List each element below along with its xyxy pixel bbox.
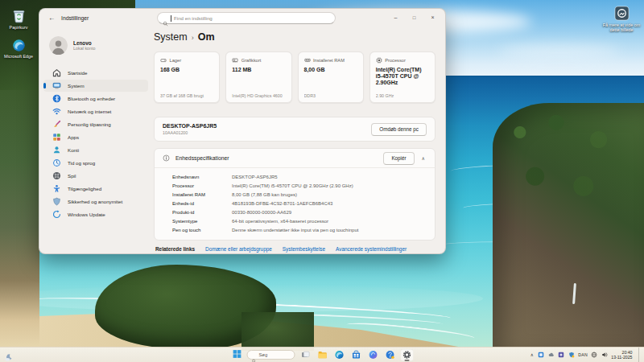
sidebar-nav: StartsideSystemBluetooth og enhederNetvæ… bbox=[43, 67, 148, 221]
breadcrumb-system[interactable]: System bbox=[154, 31, 188, 43]
card-label: Installeret RAM bbox=[313, 58, 345, 63]
settings-search-input[interactable]: Find en indstilling bbox=[157, 12, 336, 24]
device-specs-expander: Enhedsspecifikationer Kopiér ∧ Enhedsnav… bbox=[154, 148, 436, 241]
card-header: Installeret RAM bbox=[304, 57, 357, 64]
spec-value: 00330-80000-00000-AA629 bbox=[232, 210, 291, 215]
search-placeholder: Find en indstilling bbox=[174, 15, 213, 21]
desktop-icon-recycle-bin[interactable]: Papirkurv bbox=[0, 8, 37, 30]
card-header: Processor bbox=[376, 57, 429, 64]
sidebar-item-label: Bluetooth og enheder bbox=[68, 96, 115, 101]
user-account[interactable]: Lenovo Lokal konto bbox=[49, 36, 96, 55]
task-view-icon bbox=[301, 350, 311, 360]
right-cliff bbox=[493, 103, 644, 348]
sidebar-item-label: Apps bbox=[68, 134, 79, 140]
spec-value: Denne skærm understøtter ikke input via … bbox=[232, 228, 358, 232]
maximize-button[interactable]: □ bbox=[405, 10, 423, 25]
device-specs-title: Enhedsspecifikationer bbox=[175, 155, 229, 161]
sidebar-item-tilgaengelighed[interactable]: Tilgængelighed bbox=[43, 183, 148, 195]
breadcrumb: System › Om bbox=[154, 31, 436, 43]
sidebar-item-label: Spil bbox=[68, 173, 76, 179]
spec-row: Enheds-id4B18193B-DFBE-4C92-B701-1AEFCB6… bbox=[172, 199, 435, 208]
minimize-button[interactable]: – bbox=[386, 10, 405, 25]
taskbar-copilot-button[interactable] bbox=[367, 349, 380, 361]
related-link-2[interactable]: Avancerede systemindstillinger bbox=[336, 246, 407, 252]
sidebar-item-windows-update[interactable]: Windows Update bbox=[43, 208, 148, 220]
taskbar-get-help-button[interactable] bbox=[384, 349, 397, 361]
sidebar-item-konti[interactable]: Konti bbox=[43, 144, 148, 156]
start-button[interactable] bbox=[231, 349, 243, 361]
edge-icon bbox=[335, 350, 345, 360]
titlebar[interactable]: ← Indstillinger Find en indstilling – □ … bbox=[39, 9, 445, 30]
settings-icon bbox=[402, 350, 412, 360]
device-name: DESKTOP-ASP6JR5 bbox=[163, 123, 217, 130]
blue-square-app-icon[interactable] bbox=[538, 352, 544, 358]
hidden-icons-chevron[interactable]: ∧ bbox=[530, 352, 535, 357]
spotlight-icon bbox=[614, 6, 630, 21]
window-title: Indstillinger bbox=[61, 15, 89, 21]
cloud-app-icon[interactable] bbox=[548, 352, 555, 358]
spec-label: Produkt-id bbox=[172, 210, 232, 215]
network-icon bbox=[52, 107, 61, 116]
sidebar-item-label: System bbox=[68, 83, 85, 88]
sidebar-item-personlig[interactable]: Personlig tilpasning bbox=[43, 118, 148, 130]
taskbar-settings-button[interactable] bbox=[401, 349, 414, 361]
taskbar: Søg ∧ DAN 20:40 13-11-2025 bbox=[0, 347, 644, 362]
taskbar-center: Søg bbox=[231, 348, 414, 362]
related-link-0[interactable]: Domæne eller arbejdsgruppe bbox=[205, 246, 272, 252]
taskbar-store-button[interactable] bbox=[350, 349, 363, 361]
back-arrow-icon[interactable]: ← bbox=[48, 14, 56, 22]
card-grafikkort: Grafikkort112 MBIntel(R) HD Graphics 460… bbox=[225, 51, 291, 103]
card-label: Processor bbox=[385, 58, 406, 63]
sidebar-item-system[interactable]: System bbox=[43, 80, 148, 92]
clock[interactable]: 20:40 13-11-2025 bbox=[611, 350, 632, 360]
card-value: Intel(R) Core(TM) i5-4570T CPU @ 2.90GHz bbox=[376, 67, 429, 86]
spec-label: Systemtype bbox=[172, 219, 232, 224]
desktop-icon-spotlight[interactable]: Få mere at vide om dette billede bbox=[599, 6, 644, 33]
system-icon bbox=[52, 81, 61, 90]
spec-label: Processor bbox=[172, 183, 232, 188]
taskbar-task-view-button[interactable] bbox=[299, 349, 312, 361]
security-shield-icon[interactable] bbox=[568, 352, 575, 358]
cpu-icon bbox=[376, 57, 382, 64]
related-link-1[interactable]: Systembeskyttelse bbox=[283, 246, 325, 252]
purple-app-icon[interactable] bbox=[558, 352, 564, 358]
sidebar-item-netvaerk[interactable]: Netværk og internet bbox=[43, 105, 148, 117]
globe-network-icon[interactable] bbox=[591, 352, 597, 358]
sidebar-item-label: Sikkerhed og anonymitet bbox=[68, 199, 122, 204]
ram-icon bbox=[304, 57, 311, 64]
desktop-icon-edge[interactable]: Microsoft Edge bbox=[0, 39, 37, 59]
spec-row: ProcessorIntel(R) Core(TM) i5-4570T CPU … bbox=[172, 181, 435, 190]
card-label: Grafikkort bbox=[242, 58, 262, 63]
sidebar-item-bluetooth[interactable]: Bluetooth og enheder bbox=[43, 93, 148, 105]
related-links: Relaterede links Domæne eller arbejdsgru… bbox=[154, 246, 436, 252]
text-caret bbox=[171, 15, 171, 22]
device-model: 10AAA01200 bbox=[163, 130, 217, 136]
page-title: Om bbox=[198, 31, 215, 43]
sidebar-item-tid-og-sprog[interactable]: Tid og sprog bbox=[43, 157, 148, 169]
volume-icon[interactable] bbox=[601, 352, 608, 358]
copy-button[interactable]: Kopiér bbox=[383, 152, 414, 165]
gaming-icon bbox=[52, 171, 61, 180]
chevron-up-icon[interactable]: ∧ bbox=[420, 155, 427, 161]
close-button[interactable]: × bbox=[423, 10, 442, 25]
start-icon bbox=[232, 348, 242, 362]
card-lager: Lager168 GB37 GB af 168 GB brugt bbox=[154, 51, 220, 103]
user-name: Lenovo bbox=[73, 40, 96, 47]
taskbar-edge-button[interactable] bbox=[333, 349, 346, 361]
sidebar-item-spil[interactable]: Spil bbox=[43, 170, 148, 182]
taskbar-file-explorer-button[interactable] bbox=[316, 349, 329, 361]
device-specs-header[interactable]: Enhedsspecifikationer Kopiér ∧ bbox=[155, 149, 435, 168]
sidebar-item-label: Windows Update bbox=[68, 212, 105, 217]
weather-widget-icon[interactable] bbox=[4, 351, 13, 360]
sidebar-item-label: Netværk og internet bbox=[68, 109, 111, 114]
date: 13-11-2025 bbox=[611, 355, 632, 360]
language-indicator[interactable]: DAN bbox=[578, 352, 588, 357]
sidebar-item-startside[interactable]: Startside bbox=[43, 67, 148, 79]
sidebar-item-sikkerhed[interactable]: Sikkerhed og anonymitet bbox=[43, 195, 148, 208]
accessibility-icon bbox=[52, 184, 61, 193]
show-desktop-button[interactable] bbox=[638, 348, 642, 362]
rename-pc-button[interactable]: Omdøb denne pc bbox=[371, 123, 427, 136]
get-help-icon bbox=[386, 350, 395, 360]
taskbar-search[interactable]: Søg bbox=[247, 350, 295, 360]
sidebar-item-apps[interactable]: Apps bbox=[43, 131, 148, 143]
